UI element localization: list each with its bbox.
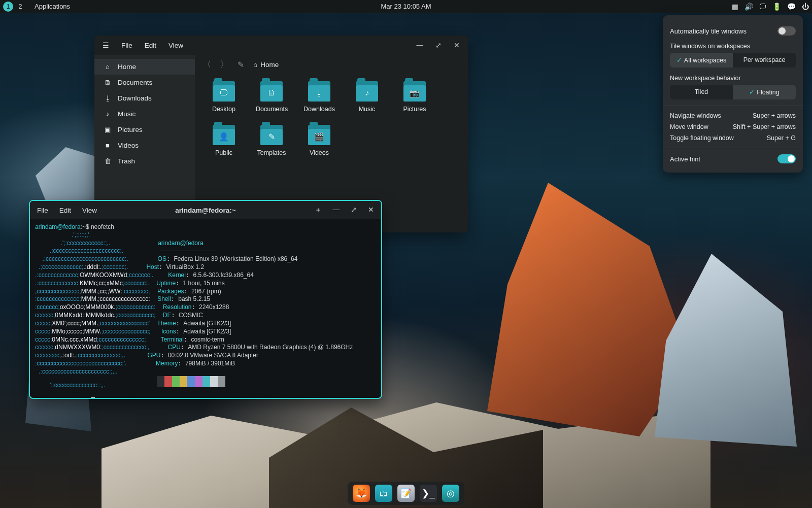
folder-icon: 🖵 — [213, 84, 235, 101]
crumb-home: Home — [260, 61, 279, 69]
kb-label: Navigate windows — [670, 112, 721, 119]
folder-templates[interactable]: ✎Templates — [256, 125, 287, 156]
downloads-icon: ⭳ — [104, 94, 112, 102]
workspace-1[interactable]: 1 — [3, 2, 13, 12]
menu-file[interactable]: File — [121, 42, 132, 49]
maximize-button[interactable]: ⤢ — [351, 206, 357, 215]
folder-icon: 📷 — [403, 84, 426, 101]
minimize-button[interactable]: ― — [333, 206, 340, 215]
folder-label: Pictures — [399, 106, 430, 113]
videos-icon: ■ — [104, 142, 112, 149]
sidebar-item-label: Videos — [118, 142, 139, 149]
menu-file[interactable]: File — [37, 207, 48, 214]
workspace-2[interactable]: 2 — [15, 2, 25, 12]
sidebar-item-downloads[interactable]: ⭳Downloads — [94, 90, 195, 106]
dock: 🦊 🗂 📝 ❯_ ◎ — [348, 482, 464, 505]
menu-edit[interactable]: Edit — [145, 42, 156, 49]
maximize-button[interactable]: ⤢ — [435, 41, 442, 49]
home-icon: ⌂ — [253, 61, 257, 69]
sidebar-item-label: Documents — [118, 79, 152, 86]
kb-label: Move window — [670, 123, 708, 130]
battery-icon[interactable]: 🔋 — [772, 3, 781, 11]
term-menubar: File Edit View arindam@fedora:~ ＋ ― ⤢ ✕ — [30, 201, 381, 219]
breadcrumb[interactable]: ⌂ Home — [253, 61, 279, 69]
applications-menu[interactable]: Applications — [35, 3, 70, 10]
clock[interactable]: Mar 23 10:05 AM — [381, 3, 431, 10]
kb-shortcut: Super + arrows — [753, 112, 796, 119]
folder-label: Public — [208, 149, 240, 156]
sidebar-item-documents[interactable]: 🗎Documents — [94, 75, 195, 90]
folder-icon: ⭳ — [308, 84, 330, 101]
hamburger-icon[interactable]: ☰ — [103, 41, 109, 49]
folder-pictures[interactable]: 📷Pictures — [399, 81, 430, 113]
top-panel: 1 2 Applications Mar 23 10:05 AM ▦ 🔊 🖵 🔋… — [0, 0, 812, 13]
close-button[interactable]: ✕ — [454, 41, 460, 49]
folder-downloads[interactable]: ⭳Downloads — [303, 81, 335, 113]
sidebar-item-trash[interactable]: 🗑Trash — [94, 153, 195, 169]
new-workspace-label: New workspace behavior — [670, 75, 796, 82]
close-button[interactable]: ✕ — [368, 206, 374, 215]
dock-files[interactable]: 🗂 — [375, 485, 392, 502]
folder-label: Videos — [303, 149, 335, 156]
tile-workspaces-label: Tile windows on workspaces — [670, 43, 796, 50]
documents-icon: 🗎 — [104, 79, 112, 86]
folder-icon: 🎬 — [308, 128, 330, 145]
folder-label: Documents — [256, 106, 287, 113]
music-icon: ♪ — [104, 110, 112, 118]
display-icon[interactable]: 🖵 — [759, 3, 766, 11]
notifications-icon[interactable]: 💬 — [787, 3, 796, 11]
nav-back-icon[interactable]: 〈 — [203, 59, 211, 70]
dock-firefox[interactable]: 🦊 — [353, 485, 370, 502]
folder-icon: ♪ — [356, 84, 378, 101]
dock-editor[interactable]: 📝 — [397, 485, 415, 502]
kb-label: Toggle floating window — [670, 134, 734, 142]
new-tab-button[interactable]: ＋ — [315, 206, 322, 215]
auto-tile-toggle[interactable] — [777, 26, 796, 36]
pictures-icon: ▣ — [104, 126, 112, 133]
active-hint-label: Active hint — [670, 155, 700, 163]
terminal-output[interactable]: arindam@fedora:~$ neofetch .',;::::;,'. … — [30, 219, 381, 399]
folder-music[interactable]: ♪Music — [351, 81, 383, 113]
nav-forward-icon[interactable]: 〉 — [220, 59, 228, 70]
seg-all-workspaces[interactable]: ✓All workspaces — [670, 53, 733, 67]
dock-settings[interactable]: ◎ — [442, 485, 459, 502]
new-workspace-segment: Tiled ✓Floating — [670, 85, 796, 99]
term-title: arindam@fedora:~ — [175, 207, 235, 214]
minimize-button[interactable]: ― — [417, 41, 424, 49]
terminal-window: File Edit View arindam@fedora:~ ＋ ― ⤢ ✕ … — [29, 200, 382, 399]
tile-scope-segment: ✓All workspaces Per workspace — [670, 53, 796, 67]
dock-terminal[interactable]: ❯_ — [420, 485, 437, 502]
folder-documents[interactable]: 🗎Documents — [256, 81, 287, 113]
sidebar-item-home[interactable]: ⌂Home — [94, 59, 195, 75]
sidebar-item-label: Downloads — [118, 94, 152, 102]
menu-view[interactable]: View — [82, 207, 97, 214]
auto-tile-label: Automatically tile windows — [670, 27, 747, 35]
folder-desktop[interactable]: 🖵Desktop — [208, 81, 240, 113]
folder-icon: 🗎 — [260, 84, 283, 101]
folder-icon: 👤 — [213, 128, 235, 145]
folder-label: Downloads — [303, 106, 335, 113]
sidebar-item-music[interactable]: ♪Music — [94, 106, 195, 122]
active-hint-toggle[interactable] — [777, 154, 796, 163]
seg-per-workspace[interactable]: Per workspace — [733, 53, 796, 67]
system-tray: ▦ 🔊 🖵 🔋 💬 ⏻ — [732, 3, 809, 11]
power-icon[interactable]: ⏻ — [802, 3, 809, 11]
volume-icon[interactable]: 🔊 — [745, 3, 753, 11]
sidebar-item-label: Home — [118, 63, 136, 71]
folder-videos[interactable]: 🎬Videos — [303, 125, 335, 156]
sidebar-item-pictures[interactable]: ▣Pictures — [94, 122, 195, 138]
home-icon: ⌂ — [104, 63, 112, 71]
seg-tiled[interactable]: Tiled — [670, 85, 733, 99]
folder-label: Templates — [256, 149, 287, 156]
kb-shortcut: Shift + Super + arrows — [733, 123, 796, 130]
sidebar-item-videos[interactable]: ■Videos — [94, 138, 195, 153]
folder-icon: ✎ — [260, 128, 283, 145]
folder-public[interactable]: 👤Public — [208, 125, 240, 156]
menu-edit[interactable]: Edit — [59, 207, 71, 214]
sidebar-item-label: Trash — [118, 157, 135, 165]
folder-label: Desktop — [208, 106, 240, 113]
menu-view[interactable]: View — [168, 42, 183, 49]
tiling-icon[interactable]: ▦ — [732, 3, 738, 11]
seg-floating[interactable]: ✓Floating — [733, 85, 796, 99]
edit-path-icon[interactable]: ✎ — [238, 60, 244, 70]
